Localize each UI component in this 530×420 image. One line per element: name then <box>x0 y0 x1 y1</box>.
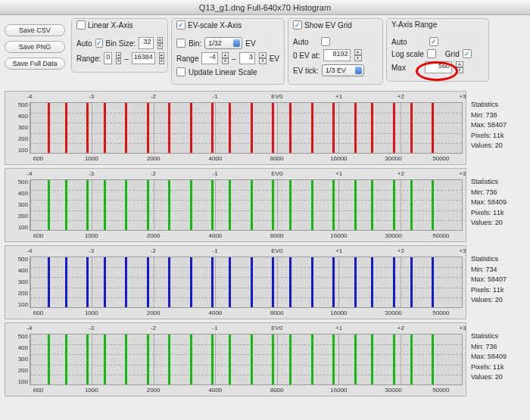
y-tick-label: 100 <box>7 379 28 385</box>
ev-range-lo-stepper[interactable]: ▲▼ <box>222 52 229 64</box>
y-max-stepper[interactable]: ▲▼ <box>456 61 463 73</box>
x-tick-label: 8000 <box>270 232 284 239</box>
ev-x-checkbox[interactable] <box>176 20 186 30</box>
range-hi-stepper[interactable]: ▲▼ <box>159 52 164 64</box>
x-tick-label: 16000 <box>330 387 347 394</box>
save-full-button[interactable]: Save Full Data <box>5 58 65 70</box>
ev-label: +1 <box>335 170 342 177</box>
histogram-bar <box>147 180 149 230</box>
bin-size-stepper[interactable]: ▲▼ <box>157 37 163 49</box>
range-lo-stepper[interactable]: ▲▼ <box>116 52 121 64</box>
y-grid-label: Grid <box>445 50 460 58</box>
y-auto-label: Auto <box>391 38 426 46</box>
ev-tick-select[interactable]: 1/3 EV <box>322 64 364 76</box>
ev-label: +3 <box>459 247 466 254</box>
y-tick-label: 200 <box>7 368 28 374</box>
histogram-bar <box>432 334 434 384</box>
histogram-plot: -4-3-2-1EV0+1+2+350040030020010060010002… <box>5 91 466 165</box>
histogram-bar <box>190 103 192 153</box>
histogram-area: -4-3-2-1EV0+1+2+350040030020010060010002… <box>0 88 530 403</box>
zero-ev-field[interactable]: 8192 <box>323 49 351 61</box>
evgrid-auto-checkbox[interactable] <box>321 37 330 46</box>
ev-label: +1 <box>335 325 342 331</box>
update-linear-checkbox[interactable] <box>176 67 186 76</box>
x-tick-label: 30000 <box>385 310 401 316</box>
stat-pixels: Pixels: 11k <box>471 208 525 219</box>
stat-pixels: Pixels: 11k <box>471 285 525 296</box>
histogram-bar <box>48 334 50 384</box>
x-tick-label: 4000 <box>208 310 222 316</box>
y-auto-checkbox[interactable] <box>429 37 438 46</box>
histogram-bar <box>168 103 170 153</box>
histogram-bar <box>432 180 434 230</box>
ev-range-hi-stepper[interactable]: ▲▼ <box>259 52 267 64</box>
ev-label: +2 <box>398 93 404 100</box>
y-tick-label: 400 <box>7 268 28 274</box>
ev-range-hi-field[interactable]: 3 <box>239 52 255 64</box>
stat-pixels: Pixels: 11k <box>471 362 525 373</box>
histogram-bar <box>371 257 373 307</box>
histogram-bar <box>289 257 292 307</box>
x-tick-label: 1000 <box>85 387 98 394</box>
bin-size-checkbox[interactable] <box>95 39 103 48</box>
histogram-bar <box>332 334 335 384</box>
histogram-bar <box>432 257 434 307</box>
histogram-plot: -4-3-2-1EV0+1+2+350040030020010060010002… <box>5 322 466 397</box>
histogram-bar <box>289 180 292 230</box>
histogram-bar <box>354 334 357 384</box>
histogram-bar <box>311 103 313 153</box>
ev-label: -2 <box>151 93 156 100</box>
zero-ev-label: 0 EV at: <box>293 51 320 60</box>
x-tick-label: 600 <box>33 232 43 239</box>
histogram-bar <box>125 180 127 230</box>
y-tick-label: 200 <box>7 213 28 219</box>
show-ev-grid-checkbox[interactable] <box>293 20 302 30</box>
histogram-bar <box>332 257 335 307</box>
save-png-button[interactable]: Save PNG <box>5 41 65 53</box>
x-tick-label: 50000 <box>432 310 449 316</box>
zero-ev-stepper[interactable]: ▲▼ <box>354 49 362 61</box>
histogram-bar <box>229 257 231 307</box>
histogram-bar <box>168 180 170 230</box>
statistics-block: StatisticsMin: 736Max: 58409Pixels: 11kV… <box>471 168 525 242</box>
y-grid-checkbox[interactable] <box>463 49 472 58</box>
y-log-checkbox[interactable] <box>427 49 436 58</box>
x-tick-label: 30000 <box>385 232 401 239</box>
histogram-bar <box>410 334 413 384</box>
y-tick-label: 300 <box>7 279 28 285</box>
linear-x-checkbox[interactable] <box>76 20 86 30</box>
stat-values: Values: 20 <box>471 295 525 306</box>
stat-title: Statistics <box>471 177 525 188</box>
bin-size-field[interactable]: 32 <box>139 37 153 49</box>
evgrid-auto-label: Auto <box>293 38 309 46</box>
y-tick-label: 300 <box>7 202 28 208</box>
ev-bin-select[interactable]: 1/32 <box>204 37 242 49</box>
ev-label: +1 <box>335 247 342 254</box>
save-csv-button[interactable]: Save CSV <box>5 24 65 36</box>
x-tick-label: 30000 <box>385 155 401 162</box>
x-tick-label: 4000 <box>208 387 222 394</box>
x-tick-label: 16000 <box>330 232 347 239</box>
histogram-bar <box>272 103 274 153</box>
x-tick-label: 1000 <box>85 155 98 162</box>
ev-bin-checkbox[interactable] <box>176 39 186 48</box>
histogram-bar <box>393 257 395 307</box>
update-linear-label: Update Linear Scale <box>189 68 257 76</box>
export-buttons: Save CSV Save PNG Save Full Data <box>5 18 68 70</box>
y-tick-label: 500 <box>7 179 28 185</box>
y-max-field[interactable]: 560 <box>425 61 452 73</box>
stat-min: Min: 736 <box>471 188 525 198</box>
y-tick-label: 500 <box>7 334 28 340</box>
histogram-bar <box>251 180 253 230</box>
histogram-bar <box>289 334 292 384</box>
y-tick-label: 300 <box>7 356 28 362</box>
y-tick-label: 400 <box>7 191 28 197</box>
ev-range-lo-field[interactable]: -4 <box>201 52 217 64</box>
histogram-bar <box>168 334 170 384</box>
histogram-bar <box>86 103 89 153</box>
y-tick-label: 500 <box>7 102 28 108</box>
x-tick-label: 2000 <box>147 155 161 162</box>
range-hi-field[interactable]: 16384 <box>132 52 155 64</box>
x-tick-label: 8000 <box>270 310 284 316</box>
range-lo-field[interactable]: 0 <box>104 52 112 64</box>
